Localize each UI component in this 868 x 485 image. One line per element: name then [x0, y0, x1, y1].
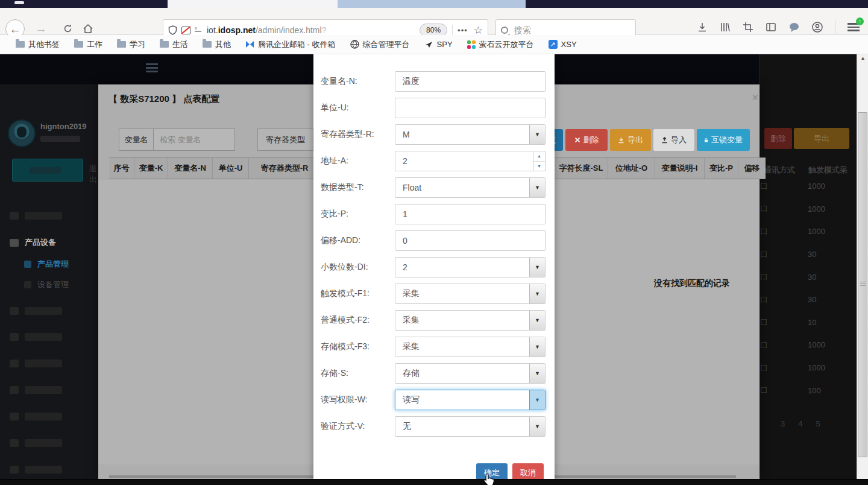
bookmark-item[interactable]: 其他书签	[10, 37, 66, 52]
column-header[interactable]: 单位-U	[212, 158, 248, 179]
variable-search-input[interactable]	[154, 128, 235, 151]
sidebar-item-blurred[interactable]	[0, 434, 98, 452]
unit-input[interactable]	[395, 98, 545, 118]
column-header[interactable]: 位地址-O	[608, 158, 655, 179]
storage-mode-select[interactable]: 采集▼	[395, 337, 546, 357]
account-icon[interactable]	[812, 22, 823, 33]
variable-name-input[interactable]	[395, 71, 546, 92]
sidebar-collapse-icon[interactable]	[146, 63, 158, 74]
bookmark-label: 萤石云开放平台	[479, 39, 534, 50]
browser-tab[interactable]	[168, 0, 338, 8]
互锁变量-button[interactable]: 互锁变量	[697, 129, 750, 151]
bookmark-label: 生活	[172, 39, 188, 50]
offset-input[interactable]	[395, 230, 546, 251]
folder-icon	[117, 41, 126, 48]
chevron-down-icon[interactable]: ▼	[529, 178, 545, 197]
bookmark-item[interactable]: 综合管理平台	[344, 37, 416, 52]
table-action-buttons: 改删除导出导入互锁变量	[541, 129, 750, 151]
ratio-input[interactable]	[395, 204, 545, 224]
page-number[interactable]: 5	[816, 419, 820, 428]
browser-search-input[interactable]	[513, 25, 609, 36]
删除-button[interactable]: 删除	[565, 129, 608, 151]
close-icon[interactable]: ×	[752, 92, 758, 104]
register-type-select[interactable]: M▼	[395, 124, 546, 145]
page-scrollbar[interactable]: ▲	[857, 54, 868, 479]
scrollbar-thumb[interactable]	[858, 112, 867, 457]
sidebar-item-blurred[interactable]	[0, 206, 98, 224]
sidebar-toggle-icon[interactable]	[766, 22, 776, 33]
column-header[interactable]: 序号	[109, 158, 134, 179]
column-header[interactable]: 变量-K	[134, 158, 168, 179]
chevron-down-icon[interactable]: ▼	[529, 417, 545, 436]
sidebar-item-blurred[interactable]	[0, 328, 98, 346]
sidebar-item-产品设备[interactable]: 产品设备	[0, 233, 98, 252]
page-number[interactable]: 4	[798, 419, 802, 428]
logout-link[interactable]: 退出	[89, 163, 98, 185]
chevron-down-icon[interactable]: ▼	[529, 125, 545, 144]
sidebar-item-blurred[interactable]	[0, 381, 98, 399]
variable-name-input[interactable]	[395, 72, 545, 91]
sidebar-item-设备管理[interactable]: 设备管理	[0, 276, 98, 294]
bookmark-item[interactable]: 腾讯企业邮箱 - 收件箱	[239, 37, 342, 52]
bookmark-item[interactable]: 学习	[111, 37, 151, 52]
normal-mode-select[interactable]: 采集▼	[395, 310, 546, 331]
data-type-select[interactable]: Float▼	[395, 177, 546, 198]
column-header[interactable]: 变量说明-I	[655, 158, 704, 179]
downloads-icon[interactable]	[697, 22, 708, 33]
sidebar-item-blurred[interactable]	[0, 460, 98, 478]
sidebar-item-blurred[interactable]	[0, 302, 98, 320]
library-icon[interactable]	[720, 22, 731, 33]
bookmark-item[interactable]: 工作	[68, 37, 108, 52]
column-header[interactable]: 偏移	[738, 158, 766, 179]
field-register-type: 寄存器类型-R:M▼	[321, 124, 555, 145]
chevron-down-icon[interactable]: ▼	[529, 337, 545, 357]
decimals-select[interactable]: 2▼	[395, 257, 546, 277]
sidebar-item-产品管理[interactable]: 产品管理	[0, 255, 98, 273]
browser-tab[interactable]	[338, 0, 526, 8]
storage-select[interactable]: 存储▼	[395, 363, 546, 384]
bookmark-item[interactable]: 其他	[197, 37, 237, 52]
number-spinner[interactable]: ▲▼	[533, 151, 545, 171]
chevron-down-icon[interactable]: ▼	[529, 258, 545, 277]
删除-button-dimmed[interactable]: 删除	[764, 128, 792, 149]
column-header[interactable]: 字符长度-SL	[555, 158, 608, 179]
menu-icon	[24, 261, 31, 268]
blocked-permission-icon[interactable]	[181, 27, 190, 34]
导入-button[interactable]: 导入	[653, 129, 694, 151]
bookmark-item[interactable]: 生活	[154, 37, 194, 52]
rw-permission-select[interactable]: 读写▼	[395, 390, 546, 410]
导出-button[interactable]: 导出	[610, 129, 651, 151]
sidebar-item-blurred[interactable]	[0, 354, 98, 372]
screenshot-icon[interactable]	[743, 22, 753, 33]
filter-type-button[interactable]: 寄存器类型	[257, 128, 313, 151]
chevron-down-icon[interactable]: ▼	[529, 364, 545, 383]
profile-button[interactable]	[12, 159, 83, 182]
bottom-scrollbar[interactable]	[0, 479, 868, 485]
ratio-input[interactable]	[395, 204, 546, 224]
menu-icon[interactable]: ↑	[848, 21, 860, 33]
verify-mode-select[interactable]: 无▼	[395, 416, 546, 437]
导出-button-dimmed[interactable]: 导出	[794, 128, 849, 149]
filter-field-button[interactable]: 变量名	[119, 128, 154, 151]
column-header[interactable]: 寄存器类型-R	[248, 158, 320, 179]
permissions-icon[interactable]	[195, 27, 202, 33]
bookmark-item[interactable]: SPY	[418, 38, 459, 51]
sidebar-item-blurred[interactable]	[0, 407, 98, 425]
table-row: 网口30	[760, 288, 856, 311]
chevron-down-icon[interactable]: ▼	[529, 284, 545, 303]
address-stepper[interactable]: 2▲▼	[395, 151, 546, 171]
page-actions-icon[interactable]: •••	[458, 26, 468, 35]
feedback-icon[interactable]	[788, 22, 800, 33]
bookmark-item[interactable]: ↗XSY	[542, 38, 583, 51]
page-number[interactable]: 3	[781, 419, 785, 428]
trigger-mode-select[interactable]: 采集▼	[395, 284, 546, 304]
chevron-down-icon[interactable]: ▼	[529, 390, 545, 410]
column-header[interactable]: 变比-P	[704, 158, 738, 179]
offset-input[interactable]	[395, 231, 545, 250]
scroll-up-icon[interactable]: ▲	[857, 55, 868, 61]
chevron-down-icon[interactable]: ▼	[529, 311, 545, 330]
bookmark-item[interactable]: 萤石云开放平台	[461, 37, 540, 52]
column-header[interactable]: 变量名-N	[168, 158, 212, 179]
avatar[interactable]	[8, 119, 36, 147]
unit-input[interactable]	[395, 98, 546, 118]
